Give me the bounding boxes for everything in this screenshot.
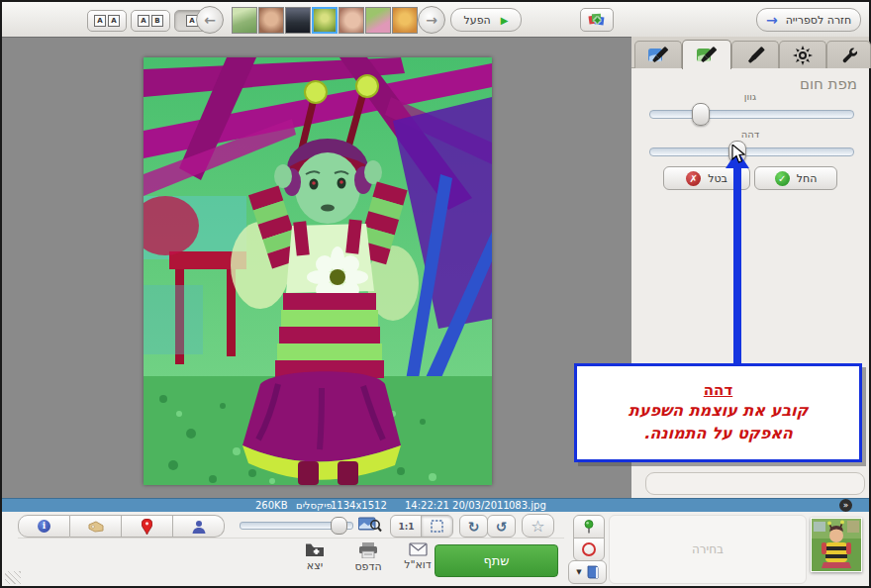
tab-basic-effects[interactable] xyxy=(731,41,779,68)
star-icon: ☆ xyxy=(531,517,544,536)
envelope-icon xyxy=(409,542,428,556)
hue-slider-thumb[interactable] xyxy=(692,103,710,126)
green-pushpin-icon xyxy=(583,520,595,534)
actual-size-label: 1:1 xyxy=(398,522,414,532)
dropdown-arrow-icon: ▼ xyxy=(576,568,581,576)
filmstrip-thumbnail[interactable] xyxy=(232,7,257,34)
image-canvas-area xyxy=(2,37,631,499)
annotation-arrow-shaft xyxy=(733,166,741,364)
panel-footer-box xyxy=(645,472,865,495)
info-icon: i xyxy=(38,520,50,533)
brush-icon xyxy=(745,47,765,64)
annotation-callout: דהה קובע את עוצמת השפעת האפקט על התמונה. xyxy=(574,363,862,462)
view-letter: A xyxy=(138,15,149,27)
bottom-panel: i xyxy=(2,512,869,586)
back-to-library-label: חזרה לספרייה xyxy=(786,14,851,27)
filmstrip-thumbnail-selected[interactable] xyxy=(312,7,338,34)
add-to-album-button[interactable]: ▼ xyxy=(568,560,607,584)
view-letter: A xyxy=(108,15,120,27)
view-mode-compare-button[interactable]: AB xyxy=(131,10,170,32)
photo-canvas[interactable] xyxy=(144,57,492,485)
rotate-counterclockwise-button[interactable]: ↺ xyxy=(487,515,516,538)
hold-selection-button[interactable] xyxy=(573,515,605,539)
play-button-label: הפעל xyxy=(464,14,491,27)
back-arrow-icon: → xyxy=(766,12,778,28)
next-photo-button[interactable]: → xyxy=(418,6,445,34)
back-to-library-button[interactable]: → חזרה לספרייה xyxy=(756,8,861,32)
zoom-slider-thumb[interactable] xyxy=(331,517,347,535)
info-button[interactable]: i xyxy=(18,515,70,538)
fade-slider-track[interactable] xyxy=(649,147,854,156)
tag-icon xyxy=(88,521,104,533)
print-button[interactable]: הדפס xyxy=(345,542,391,573)
fade-slider-label: דהה xyxy=(648,129,852,140)
file-size: 260KB xyxy=(255,500,288,511)
album-book-icon xyxy=(586,565,599,579)
previous-photo-button[interactable]: ← xyxy=(196,6,224,34)
resize-grip xyxy=(5,571,21,584)
right-arrow-icon: → xyxy=(426,12,437,28)
collapse-panel-button[interactable]: » xyxy=(839,499,852,512)
view-letter: A xyxy=(94,15,106,27)
export-button[interactable]: יצא xyxy=(292,542,338,572)
status-bar: 260KB פיקסלים 1134x1512 14:22:21 20/03/2… xyxy=(2,498,869,513)
people-button[interactable] xyxy=(173,515,225,538)
share-button[interactable]: שתף xyxy=(435,544,558,577)
sun-icon xyxy=(793,46,813,65)
printer-icon xyxy=(358,542,378,558)
tab-lighting[interactable] xyxy=(779,41,826,68)
collage-icon xyxy=(588,13,606,28)
tab-effects-blue-brush[interactable] xyxy=(634,41,682,68)
callout-line: האפקט על התמונה. xyxy=(643,422,793,444)
app-window: AA AB A ← → הפעל ▶ xyxy=(0,0,871,588)
export-label: יצא xyxy=(307,559,323,572)
divider xyxy=(18,538,564,539)
tag-button[interactable] xyxy=(70,515,122,538)
top-toolbar: AA AB A ← → הפעל ▶ xyxy=(2,2,869,38)
red-circle-icon xyxy=(582,542,596,556)
play-icon: ▶ xyxy=(501,15,509,26)
fit-to-window-button[interactable] xyxy=(421,515,453,538)
filmstrip-thumbnail[interactable] xyxy=(258,7,284,34)
map-pin-icon xyxy=(142,519,152,535)
filmstrip-thumbnail[interactable] xyxy=(285,7,311,34)
view-mode-side-by-side-button[interactable]: AA xyxy=(87,10,127,32)
selected-photo-thumbnail[interactable] xyxy=(811,518,862,572)
fit-frame-icon xyxy=(431,520,443,533)
left-arrow-icon: ← xyxy=(204,12,216,28)
geotag-button[interactable] xyxy=(122,515,173,538)
wrench-icon xyxy=(839,46,859,65)
hue-slider-track[interactable] xyxy=(649,110,854,119)
filmstrip-thumbnail[interactable] xyxy=(392,7,418,34)
apply-button[interactable]: ✓ החל xyxy=(754,166,837,190)
bee-costume-thumbnail xyxy=(812,519,861,571)
green-brush-icon xyxy=(696,47,718,64)
email-label: דוא"ל xyxy=(404,558,432,571)
collage-button[interactable] xyxy=(580,8,614,32)
play-slideshow-button[interactable]: הפעל ▶ xyxy=(450,8,522,32)
tab-fixes[interactable] xyxy=(826,41,871,68)
filename: 083.jpg xyxy=(509,500,546,511)
filmstrip-thumbnail[interactable] xyxy=(365,7,391,34)
check-icon: ✓ xyxy=(775,171,790,186)
blue-brush-icon xyxy=(647,47,669,64)
zoom-to-fit-icon[interactable] xyxy=(358,516,382,537)
photo-datetime: 14:22:21 20/03/2011 xyxy=(405,500,510,511)
image-dimensions: 1134x1512 xyxy=(331,500,387,511)
filmstrip xyxy=(232,7,418,34)
rotate-cw-icon: ↻ xyxy=(468,519,480,535)
cancel-label: בטל xyxy=(708,172,727,185)
share-label: שתף xyxy=(483,553,509,568)
selection-tray: בחירה xyxy=(609,515,807,584)
filmstrip-thumbnail[interactable] xyxy=(339,7,364,34)
tab-effects-green-brush-selected[interactable] xyxy=(682,40,731,69)
clear-selection-button[interactable] xyxy=(573,538,605,561)
rotate-clockwise-button[interactable]: ↻ xyxy=(459,515,488,538)
view-letter: B xyxy=(151,15,163,27)
export-folder-icon xyxy=(305,542,325,557)
actual-size-button[interactable]: 1:1 xyxy=(390,515,423,538)
hue-slider-label: גוון xyxy=(648,91,852,102)
star-button[interactable]: ☆ xyxy=(522,514,554,538)
person-icon xyxy=(192,520,206,534)
cancel-x-icon: ✗ xyxy=(686,171,701,186)
